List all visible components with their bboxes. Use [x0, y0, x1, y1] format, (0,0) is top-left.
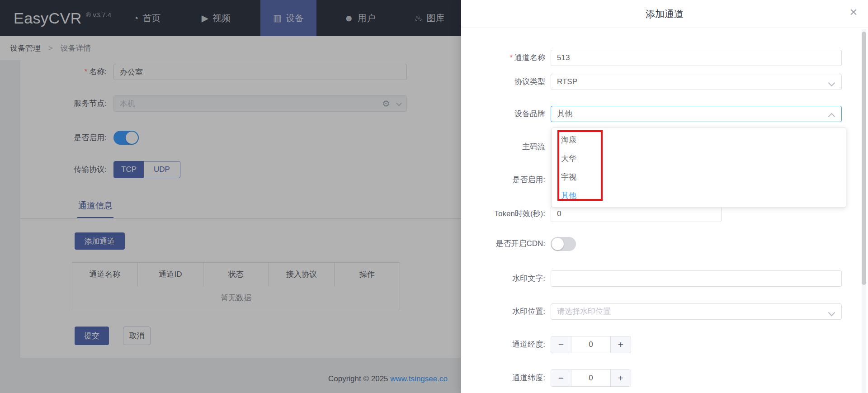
plus-button[interactable]: +	[610, 336, 631, 353]
brand-option-dahua[interactable]: 大华	[552, 149, 846, 168]
channel-name-label: *通道名称	[470, 50, 545, 66]
brand-option-other-selected[interactable]: 其他	[552, 186, 846, 205]
watermark-position-label: 水印位置:	[470, 303, 545, 320]
protocol-type-label: 协议类型	[470, 74, 545, 90]
token-ttl-label: Token时效(秒):	[470, 206, 545, 222]
device-brand-select[interactable]: 其他	[551, 106, 842, 122]
brand-dropdown-panel: 海康 大华 宇视 其他	[552, 128, 846, 208]
longitude-label: 通道经度:	[470, 336, 545, 353]
watermark-position-placeholder: 请选择水印位置	[551, 304, 841, 319]
token-ttl-input[interactable]	[551, 206, 722, 222]
plus-button[interactable]: +	[610, 370, 631, 386]
watermark-text-input[interactable]	[551, 270, 842, 287]
latitude-label: 通道纬度:	[470, 370, 545, 386]
device-brand-label: 设备品牌	[470, 106, 545, 122]
protocol-type-value: RTSP	[551, 74, 841, 90]
main-stream-label: 主码流	[470, 139, 545, 155]
latitude-stepper: − 0 +	[551, 369, 631, 387]
required-mark: *	[509, 53, 513, 62]
brand-option-hikvision[interactable]: 海康	[552, 131, 846, 149]
cdn-toggle[interactable]	[551, 237, 576, 251]
cdn-enable-label: 是否开启CDN:	[470, 236, 545, 252]
toggle-knob	[552, 238, 564, 250]
device-brand-value: 其他	[551, 106, 841, 122]
brand-option-uniview[interactable]: 宇视	[552, 168, 846, 186]
close-icon[interactable]: ×	[850, 6, 857, 19]
minus-button[interactable]: −	[551, 370, 571, 386]
longitude-stepper: − 0 +	[551, 336, 631, 353]
channel-name-input[interactable]	[551, 50, 842, 66]
watermark-position-select[interactable]: 请选择水印位置	[551, 303, 842, 320]
minus-button[interactable]: −	[551, 336, 571, 353]
drawer-scrollbar-thumb[interactable]	[862, 32, 866, 285]
longitude-value[interactable]: 0	[571, 336, 610, 353]
modal-overlay[interactable]	[0, 0, 461, 393]
drawer-header: 添加通道	[461, 0, 868, 28]
drawer-title: 添加通道	[646, 8, 684, 20]
protocol-type-select[interactable]: RTSP	[551, 74, 842, 90]
easycvr-app: EasyCVR ® v3.7.4 ◔ 首页 ▶ 视频 ▥ 设备 ☻ 用户 ♨ 图…	[0, 0, 868, 393]
watermark-text-label: 水印文字:	[470, 270, 545, 287]
channel-enable-label: 是否启用:	[470, 172, 545, 188]
latitude-value[interactable]: 0	[571, 370, 610, 386]
